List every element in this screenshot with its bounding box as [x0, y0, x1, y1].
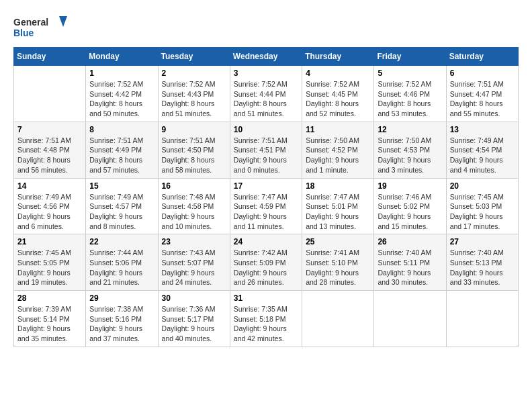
calendar-cell: 9Sunrise: 7:51 AMSunset: 4:50 PMDaylight…	[158, 122, 230, 178]
day-number: 17	[234, 181, 298, 191]
calendar-cell: 22Sunrise: 7:44 AMSunset: 5:06 PMDayligh…	[86, 234, 158, 291]
calendar-cell: 6Sunrise: 7:51 AMSunset: 4:47 PMDaylight…	[446, 66, 518, 122]
day-number: 1	[89, 68, 154, 78]
calendar-cell: 24Sunrise: 7:42 AMSunset: 5:09 PMDayligh…	[230, 234, 302, 291]
day-info: Sunrise: 7:51 AMSunset: 4:50 PMDaylight:…	[162, 136, 226, 175]
svg-marker-2	[59, 16, 67, 27]
day-info: Sunrise: 7:49 AMSunset: 4:57 PMDaylight:…	[89, 192, 154, 232]
day-info: Sunrise: 7:38 AMSunset: 5:16 PMDaylight:…	[89, 304, 154, 344]
day-number: 14	[17, 181, 82, 191]
day-number: 19	[378, 181, 442, 191]
calendar-cell: 18Sunrise: 7:47 AMSunset: 5:01 PMDayligh…	[302, 178, 374, 234]
day-info: Sunrise: 7:43 AMSunset: 5:07 PMDaylight:…	[162, 248, 226, 287]
day-number: 24	[234, 237, 298, 246]
calendar-cell: 7Sunrise: 7:51 AMSunset: 4:48 PMDaylight…	[14, 122, 86, 178]
weekday-header-row: SundayMondayTuesdayWednesdayThursdayFrid…	[14, 48, 519, 66]
calendar-cell: 27Sunrise: 7:40 AMSunset: 5:13 PMDayligh…	[446, 234, 518, 291]
weekday-header-saturday: Saturday	[446, 48, 518, 66]
day-number: 30	[162, 293, 226, 303]
calendar-body: 1Sunrise: 7:52 AMSunset: 4:42 PMDaylight…	[14, 66, 519, 347]
calendar-cell	[14, 66, 86, 122]
day-info: Sunrise: 7:51 AMSunset: 4:49 PMDaylight:…	[89, 136, 154, 175]
day-info: Sunrise: 7:36 AMSunset: 5:17 PMDaylight:…	[162, 304, 226, 344]
weekday-header-sunday: Sunday	[14, 48, 86, 66]
weekday-header-friday: Friday	[374, 48, 446, 66]
calendar-week-row: 28Sunrise: 7:39 AMSunset: 5:14 PMDayligh…	[14, 291, 519, 347]
calendar-cell: 11Sunrise: 7:50 AMSunset: 4:52 PMDayligh…	[302, 122, 374, 178]
calendar-cell: 26Sunrise: 7:40 AMSunset: 5:11 PMDayligh…	[374, 234, 446, 291]
calendar-cell: 2Sunrise: 7:52 AMSunset: 4:43 PMDaylight…	[158, 66, 230, 122]
day-number: 16	[162, 181, 226, 191]
calendar-cell: 28Sunrise: 7:39 AMSunset: 5:14 PMDayligh…	[14, 291, 86, 347]
day-info: Sunrise: 7:51 AMSunset: 4:47 PMDaylight:…	[450, 79, 515, 119]
day-number: 10	[234, 125, 298, 134]
day-info: Sunrise: 7:49 AMSunset: 4:54 PMDaylight:…	[450, 136, 515, 175]
day-number: 21	[17, 237, 82, 246]
day-number: 22	[89, 237, 154, 246]
day-number: 13	[450, 125, 515, 134]
calendar-cell: 29Sunrise: 7:38 AMSunset: 5:16 PMDayligh…	[86, 291, 158, 347]
logo-icon: General Blue	[13, 13, 67, 40]
calendar-cell	[374, 291, 446, 347]
calendar-cell: 21Sunrise: 7:45 AMSunset: 5:05 PMDayligh…	[14, 234, 86, 291]
page-header: General Blue	[13, 13, 519, 40]
day-info: Sunrise: 7:45 AMSunset: 5:05 PMDaylight:…	[17, 248, 82, 287]
weekday-header-thursday: Thursday	[302, 48, 374, 66]
weekday-header-monday: Monday	[86, 48, 158, 66]
calendar-cell: 1Sunrise: 7:52 AMSunset: 4:42 PMDaylight…	[86, 66, 158, 122]
day-info: Sunrise: 7:49 AMSunset: 4:56 PMDaylight:…	[17, 192, 82, 232]
day-info: Sunrise: 7:44 AMSunset: 5:06 PMDaylight:…	[89, 248, 154, 287]
calendar-cell: 14Sunrise: 7:49 AMSunset: 4:56 PMDayligh…	[14, 178, 86, 234]
calendar-cell: 16Sunrise: 7:48 AMSunset: 4:58 PMDayligh…	[158, 178, 230, 234]
day-number: 12	[378, 125, 442, 134]
day-info: Sunrise: 7:47 AMSunset: 4:59 PMDaylight:…	[234, 192, 298, 232]
day-info: Sunrise: 7:41 AMSunset: 5:10 PMDaylight:…	[306, 248, 370, 287]
day-number: 26	[378, 237, 442, 246]
day-number: 5	[378, 68, 442, 78]
day-number: 15	[89, 181, 154, 191]
day-info: Sunrise: 7:50 AMSunset: 4:52 PMDaylight:…	[306, 136, 370, 175]
day-number: 6	[450, 68, 515, 78]
weekday-header-tuesday: Tuesday	[158, 48, 230, 66]
day-number: 31	[234, 293, 298, 303]
calendar-week-row: 7Sunrise: 7:51 AMSunset: 4:48 PMDaylight…	[14, 122, 519, 178]
calendar-week-row: 1Sunrise: 7:52 AMSunset: 4:42 PMDaylight…	[14, 66, 519, 122]
calendar-cell	[446, 291, 518, 347]
calendar-cell: 5Sunrise: 7:52 AMSunset: 4:46 PMDaylight…	[374, 66, 446, 122]
day-info: Sunrise: 7:51 AMSunset: 4:51 PMDaylight:…	[234, 136, 298, 175]
day-info: Sunrise: 7:51 AMSunset: 4:48 PMDaylight:…	[17, 136, 82, 175]
day-number: 8	[89, 125, 154, 134]
calendar-cell: 10Sunrise: 7:51 AMSunset: 4:51 PMDayligh…	[230, 122, 302, 178]
day-number: 23	[162, 237, 226, 246]
weekday-header-wednesday: Wednesday	[230, 48, 302, 66]
calendar-week-row: 21Sunrise: 7:45 AMSunset: 5:05 PMDayligh…	[14, 234, 519, 291]
day-info: Sunrise: 7:50 AMSunset: 4:53 PMDaylight:…	[378, 136, 442, 175]
day-info: Sunrise: 7:48 AMSunset: 4:58 PMDaylight:…	[162, 192, 226, 232]
day-info: Sunrise: 7:35 AMSunset: 5:18 PMDaylight:…	[234, 304, 298, 344]
day-number: 29	[89, 293, 154, 303]
calendar-week-row: 14Sunrise: 7:49 AMSunset: 4:56 PMDayligh…	[14, 178, 519, 234]
day-info: Sunrise: 7:47 AMSunset: 5:01 PMDaylight:…	[306, 192, 370, 232]
calendar-header: SundayMondayTuesdayWednesdayThursdayFrid…	[14, 48, 519, 66]
svg-text:General: General	[13, 17, 48, 28]
day-info: Sunrise: 7:40 AMSunset: 5:13 PMDaylight:…	[450, 248, 515, 287]
calendar-cell: 23Sunrise: 7:43 AMSunset: 5:07 PMDayligh…	[158, 234, 230, 291]
calendar-table: SundayMondayTuesdayWednesdayThursdayFrid…	[13, 47, 519, 347]
day-number: 7	[17, 125, 82, 134]
day-info: Sunrise: 7:45 AMSunset: 5:03 PMDaylight:…	[450, 192, 515, 232]
calendar-cell: 15Sunrise: 7:49 AMSunset: 4:57 PMDayligh…	[86, 178, 158, 234]
day-info: Sunrise: 7:52 AMSunset: 4:46 PMDaylight:…	[378, 79, 442, 119]
calendar-cell: 4Sunrise: 7:52 AMSunset: 4:45 PMDaylight…	[302, 66, 374, 122]
calendar-cell: 17Sunrise: 7:47 AMSunset: 4:59 PMDayligh…	[230, 178, 302, 234]
calendar-cell: 12Sunrise: 7:50 AMSunset: 4:53 PMDayligh…	[374, 122, 446, 178]
calendar-cell: 30Sunrise: 7:36 AMSunset: 5:17 PMDayligh…	[158, 291, 230, 347]
calendar-cell: 19Sunrise: 7:46 AMSunset: 5:02 PMDayligh…	[374, 178, 446, 234]
calendar-cell: 25Sunrise: 7:41 AMSunset: 5:10 PMDayligh…	[302, 234, 374, 291]
calendar-cell: 3Sunrise: 7:52 AMSunset: 4:44 PMDaylight…	[230, 66, 302, 122]
calendar-cell: 20Sunrise: 7:45 AMSunset: 5:03 PMDayligh…	[446, 178, 518, 234]
day-number: 28	[17, 293, 82, 303]
calendar-cell: 8Sunrise: 7:51 AMSunset: 4:49 PMDaylight…	[86, 122, 158, 178]
day-info: Sunrise: 7:52 AMSunset: 4:45 PMDaylight:…	[306, 79, 370, 119]
svg-text:Blue: Blue	[13, 28, 34, 38]
calendar-cell: 31Sunrise: 7:35 AMSunset: 5:18 PMDayligh…	[230, 291, 302, 347]
